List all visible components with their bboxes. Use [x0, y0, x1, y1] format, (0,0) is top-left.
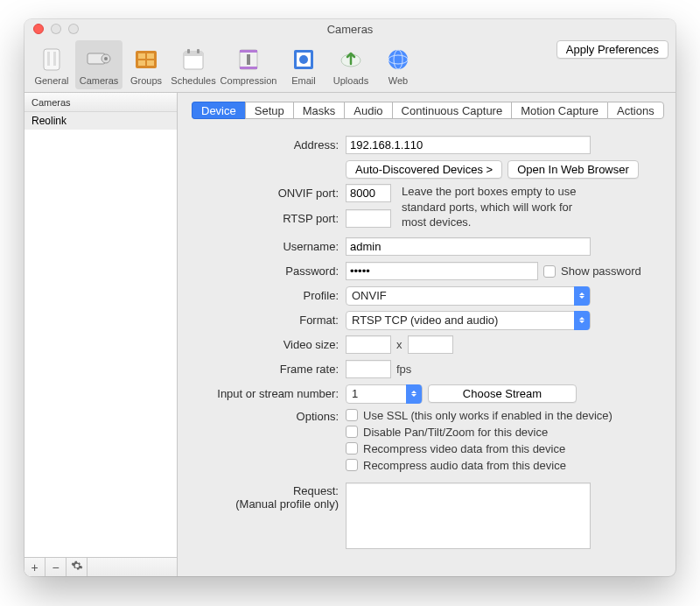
recompress-video-checkbox[interactable]	[346, 442, 358, 454]
body: Cameras Reolink + − Device Setup Masks A	[24, 93, 676, 576]
format-label: Format:	[193, 314, 346, 327]
svg-rect-14	[197, 49, 200, 53]
show-password-checkbox[interactable]	[543, 265, 556, 278]
calendar-icon	[179, 46, 207, 74]
request-sublabel: (Manual profile only)	[193, 497, 339, 511]
preferences-window: Cameras General Cameras Groups Schedule	[24, 19, 676, 576]
svg-point-5	[104, 57, 108, 60]
content: Device Setup Masks Audio Continuous Capt…	[178, 93, 676, 576]
disable-ptz-checkbox[interactable]	[346, 426, 358, 438]
toolbar-label: Schedules	[171, 75, 215, 86]
chevron-updown-icon	[574, 286, 590, 306]
svg-rect-2	[53, 52, 56, 66]
rtsp-port-label: RTSP port:	[193, 212, 346, 225]
format-value: RTSP TCP (video and audio)	[352, 314, 498, 327]
stream-number-select[interactable]: 1	[346, 384, 423, 404]
svg-rect-0	[44, 49, 60, 70]
username-label: Username:	[193, 240, 346, 253]
option-label: Disable Pan/Tilt/Zoom for this device	[363, 426, 548, 439]
frame-rate-input[interactable]	[346, 360, 391, 378]
request-textarea[interactable]	[346, 483, 591, 549]
rtsp-port-input[interactable]	[346, 209, 391, 228]
toolbar-email[interactable]: Email	[280, 40, 327, 89]
stamp-icon	[290, 46, 318, 74]
svg-rect-7	[138, 53, 145, 59]
frame-rate-label: Frame rate:	[193, 363, 346, 376]
video-size-label: Video size:	[193, 338, 346, 351]
svg-rect-12	[184, 52, 203, 56]
fps-label: fps	[396, 363, 411, 376]
username-input[interactable]	[346, 237, 591, 256]
toolbar-label: General	[34, 75, 68, 86]
password-label: Password:	[193, 264, 346, 278]
password-input[interactable]	[346, 262, 538, 280]
sidebar-footer: + −	[24, 557, 177, 576]
video-height-input[interactable]	[408, 335, 453, 354]
toolbar-label: Web	[388, 75, 408, 86]
tab-bar: Device Setup Masks Audio Continuous Capt…	[192, 102, 662, 119]
tab-device[interactable]: Device	[192, 102, 245, 119]
onvif-port-label: ONVIF port:	[193, 184, 346, 200]
sidebar: Cameras Reolink + −	[24, 93, 178, 576]
stream-number-value: 1	[352, 387, 358, 400]
toolbar-uploads[interactable]: Uploads	[327, 40, 374, 89]
apply-preferences-button[interactable]: Apply Preferences	[556, 40, 668, 59]
tab-motion-capture[interactable]: Motion Capture	[511, 102, 607, 119]
svg-rect-13	[187, 49, 190, 53]
toolbar-cameras[interactable]: Cameras	[75, 40, 122, 89]
plus-icon: +	[31, 560, 38, 574]
actions-button[interactable]	[66, 558, 88, 577]
upload-icon	[337, 46, 365, 74]
svg-rect-17	[240, 67, 257, 69]
stream-number-label: Input or stream number:	[193, 387, 346, 400]
sliders-icon	[38, 46, 66, 74]
open-in-browser-button[interactable]: Open In Web Browser	[508, 160, 639, 179]
svg-point-21	[299, 55, 308, 64]
auto-discovered-button[interactable]: Auto-Discovered Devices >	[346, 160, 502, 179]
toolbar-general[interactable]: General	[28, 40, 75, 89]
x-label: x	[396, 338, 402, 351]
svg-rect-16	[240, 50, 257, 53]
grid-icon	[132, 46, 160, 74]
toolbar-compression[interactable]: Compression	[217, 40, 280, 89]
svg-rect-8	[147, 53, 154, 59]
globe-icon	[384, 46, 412, 74]
list-item[interactable]: Reolink	[24, 112, 177, 130]
options-label: Options:	[193, 409, 346, 423]
tab-continuous-capture[interactable]: Continuous Capture	[392, 102, 512, 119]
use-ssl-checkbox[interactable]	[346, 409, 358, 421]
toolbar-groups[interactable]: Groups	[122, 40, 170, 89]
svg-rect-9	[138, 60, 145, 66]
recompress-audio-checkbox[interactable]	[346, 459, 358, 471]
chevron-updown-icon	[406, 384, 422, 404]
window-title: Cameras	[24, 23, 676, 36]
remove-button[interactable]: −	[46, 558, 66, 577]
add-button[interactable]: +	[24, 558, 46, 577]
onvif-port-input[interactable]	[346, 184, 391, 202]
device-form: Address: Auto-Discovered Devices > Open …	[188, 130, 665, 569]
choose-stream-button[interactable]: Choose Stream	[428, 384, 577, 403]
toolbar-label: Cameras	[80, 75, 119, 86]
minus-icon: −	[52, 560, 59, 574]
profile-select[interactable]: ONVIF	[346, 286, 591, 306]
toolbar-web[interactable]: Web	[374, 40, 422, 89]
tab-setup[interactable]: Setup	[245, 102, 293, 119]
tab-audio[interactable]: Audio	[344, 102, 391, 119]
titlebar: Cameras	[24, 19, 676, 39]
gear-icon	[71, 560, 83, 574]
format-select[interactable]: RTSP TCP (video and audio)	[346, 311, 591, 330]
camera-list: Reolink	[24, 112, 177, 557]
svg-rect-1	[47, 52, 50, 66]
toolbar-schedules[interactable]: Schedules	[170, 40, 217, 89]
tab-masks[interactable]: Masks	[293, 102, 345, 119]
toolbar: General Cameras Groups Schedules Compres…	[24, 39, 676, 93]
option-label: Recompress video data from this device	[363, 442, 565, 455]
video-width-input[interactable]	[346, 335, 391, 354]
svg-rect-18	[247, 54, 250, 65]
address-input[interactable]	[346, 136, 591, 154]
toolbar-label: Email	[291, 75, 316, 86]
profile-value: ONVIF	[352, 289, 387, 302]
toolbar-label: Uploads	[333, 75, 368, 86]
tab-actions[interactable]: Actions	[607, 102, 664, 119]
svg-rect-10	[147, 60, 154, 66]
